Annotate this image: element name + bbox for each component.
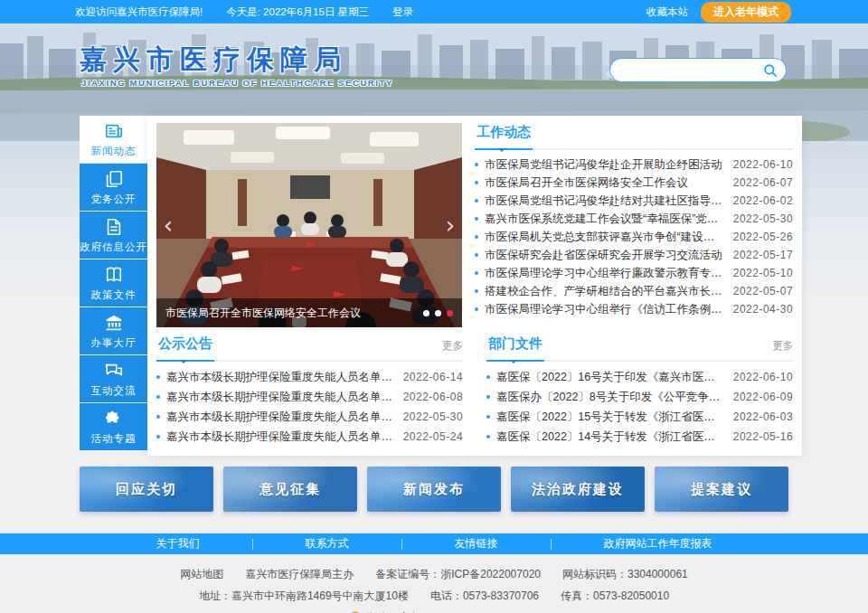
carousel-caption[interactable]: 市医保局召开全市医保网络安全工作会议: [165, 306, 416, 321]
list-item-date: 2022-05-30: [733, 212, 793, 225]
carousel-dot-1[interactable]: [423, 310, 429, 316]
bullet-icon: [156, 395, 160, 399]
main-content: 新闻动态党务公开政府信息公开政策文件办事大厅互动交流活动专题: [80, 116, 788, 512]
dept-files-title: 部门文件: [486, 335, 544, 362]
list-item-title: 嘉兴市本级长期护理保险重度失能人员名单公示（2...: [166, 429, 394, 445]
sidebar-item-label: 政府信息公开: [80, 240, 147, 254]
list-item-date: 2022-05-24: [403, 430, 463, 443]
list-item-date: 2022-06-07: [733, 176, 793, 189]
sidebar-item-gov-info[interactable]: 政府信息公开: [80, 212, 147, 259]
list-item-date: 2022-05-26: [733, 231, 793, 243]
list-item-date: 2022-05-10: [733, 267, 793, 279]
sidebar-item-hall[interactable]: 办事大厅: [80, 307, 147, 354]
bullet-icon: [486, 435, 490, 439]
bullet-icon: [475, 163, 478, 166]
list-item-title: 嘉兴市本级长期护理保险重度失能人员名单公示（2...: [166, 410, 394, 425]
list-item-date: 2022-06-14: [403, 371, 463, 383]
bullet-icon: [156, 435, 160, 439]
list-item-title: 搭建校企合作、产学研相结合的平台嘉兴市长期护理...: [485, 284, 724, 299]
list-item[interactable]: 市医保局机关党总支部获评嘉兴市争创“建设清廉机...2022-05-26: [475, 228, 793, 246]
bullet-icon: [486, 395, 490, 399]
dept-files-more-link[interactable]: 更多: [772, 339, 793, 360]
list-item-date: 2022-06-10: [733, 371, 793, 383]
list-item[interactable]: 嘉医保〔2022〕15号关于转发《浙江省医疗保...2022-06-03: [486, 407, 793, 427]
bullet-icon: [475, 181, 478, 184]
carousel-prev-icon[interactable]: ‹: [158, 205, 178, 245]
search-icon[interactable]: [762, 62, 778, 79]
list-item[interactable]: 嘉兴市本级长期护理保险重度失能人员名单公示（2...2022-06-08: [156, 387, 463, 407]
section-work-news: 工作动态 市医保局党组书记冯俊华赴企开展助企纾困活动2022-06-10市医保局…: [475, 123, 793, 327]
footer-nav-item[interactable]: 联系方式: [253, 536, 401, 552]
bullet-icon: [475, 271, 478, 275]
sidebar-item-interact[interactable]: 互动交流: [80, 355, 147, 402]
list-item-title: 嘉兴市医保系统党建工作会议暨“幸福医保”党建联...: [485, 212, 724, 227]
footer-meta-line2: 地址：嘉兴市中环南路1469号中南大厦10楼电话：0573-83370706传真…: [0, 589, 868, 604]
sidebar-item-party[interactable]: 党务公开: [80, 164, 147, 211]
section-dept-files: 部门文件 更多 嘉医保〔2022〕16号关于印发《嘉兴市医疗保...2022-0…: [486, 335, 793, 447]
footer-nav: 关于我们联系方式友情链接政府网站工作年度报表: [0, 533, 868, 554]
list-item[interactable]: 市医保局理论学习中心组举行《信访工作条例》专题...2022-04-30: [475, 300, 793, 318]
work-news-list: 市医保局党组书记冯俊华赴企开展助企纾困活动2022-06-10市医保局召开全市医…: [475, 156, 793, 318]
bullet-icon: [475, 235, 478, 239]
quick-links-row: 回应关切意见征集新闻发布法治政府建设提案建议: [80, 467, 788, 512]
footer-meta-item[interactable]: 网站地图: [180, 568, 223, 580]
list-item-date: 2022-05-16: [733, 430, 793, 443]
notices-more-link[interactable]: 更多: [442, 339, 463, 360]
list-item[interactable]: 嘉兴市本级长期护理保险重度失能人员名单公示（2...2022-06-14: [156, 367, 463, 387]
quick-link-proposal[interactable]: 提案建议: [655, 467, 788, 512]
list-item[interactable]: 市医保局召开全市医保网络安全工作会议2022-06-07: [475, 174, 793, 192]
footer-meta: 网站地图嘉兴市医疗保障局主办备案证编号：浙ICP备2022007020网站标识码…: [0, 554, 868, 613]
footer-nav-item[interactable]: 友情链接: [402, 536, 551, 552]
list-item-title: 嘉医保办〔2022〕8号关于印发《公平竞争审查...: [496, 390, 724, 405]
carousel-photo[interactable]: [156, 123, 462, 327]
footer-meta-line1: 网站地图嘉兴市医疗保障局主办备案证编号：浙ICP备2022007020网站标识码…: [0, 567, 868, 582]
quick-link-respond[interactable]: 回应关切: [80, 467, 213, 512]
list-item[interactable]: 嘉医保办〔2022〕8号关于印发《公平竞争审查...2022-06-09: [486, 387, 793, 407]
list-item-date: 2022-06-08: [403, 391, 463, 403]
puzzle-icon: [104, 409, 124, 429]
list-item[interactable]: 市医保局党组书记冯俊华赴企开展助企纾困活动2022-06-10: [475, 156, 793, 174]
list-item[interactable]: 市医保局理论学习中心组举行廉政警示教育专题学习...2022-05-10: [475, 264, 793, 282]
list-item[interactable]: 市医保研究会赴省医保研究会开展学习交流活动2022-05-17: [475, 246, 793, 264]
favorite-link[interactable]: 收藏本站: [646, 5, 688, 19]
quick-link-label: 法治政府建设: [532, 481, 624, 498]
bank-icon: [104, 313, 124, 333]
list-item-date: 2022-06-10: [733, 158, 793, 171]
sidebar-item-news[interactable]: 新闻动态: [80, 116, 147, 163]
list-item[interactable]: 市医保局党组书记冯俊华赴结对共建社区指导全国文...2022-06-02: [475, 192, 793, 210]
sidebar-item-special[interactable]: 活动专题: [80, 403, 147, 450]
work-news-title: 工作动态: [475, 124, 533, 150]
sidebar-item-label: 办事大厅: [91, 336, 137, 350]
search-input[interactable]: [621, 64, 762, 77]
footer-meta-item: 网站标识码：3304000061: [562, 568, 688, 580]
document-icon: [104, 217, 124, 237]
carousel-dots: [423, 310, 453, 316]
list-item[interactable]: 搭建校企合作、产学研相结合的平台嘉兴市长期护理...2022-05-07: [475, 282, 793, 300]
carousel-next-icon[interactable]: ›: [440, 205, 460, 245]
list-item[interactable]: 嘉兴市本级长期护理保险重度失能人员名单公示（2...2022-05-30: [156, 407, 463, 427]
quick-link-opinions[interactable]: 意见征集: [223, 467, 357, 512]
sidebar-item-label: 新闻动态: [91, 145, 137, 158]
carousel-caption-bar: 市医保局召开全市医保网络安全工作会议: [156, 298, 462, 327]
list-item[interactable]: 嘉兴市本级长期护理保险重度失能人员名单公示（2...2022-05-24: [156, 427, 463, 447]
quick-link-label: 提案建议: [691, 481, 752, 498]
footer-meta-item: 地址：嘉兴市中环南路1469号中南大厦10楼: [199, 589, 409, 602]
list-item[interactable]: 嘉医保〔2022〕16号关于印发《嘉兴市医疗保...2022-06-10: [486, 367, 793, 387]
carousel-dot-3[interactable]: [447, 310, 453, 316]
bullet-icon: [156, 375, 160, 379]
sidebar-item-policy[interactable]: 政策文件: [80, 259, 147, 306]
welcome-text: 欢迎访问嘉兴市医疗保障局!: [75, 5, 203, 19]
list-item-date: 2022-06-03: [733, 410, 793, 423]
list-item[interactable]: 嘉医保〔2022〕14号关于转发《浙江省医疗保...2022-05-16: [486, 427, 793, 447]
section-notices: 公示公告 更多 嘉兴市本级长期护理保险重度失能人员名单公示（2...2022-0…: [156, 335, 463, 447]
elder-mode-button[interactable]: 进入老年模式: [701, 2, 791, 23]
footer-meta-item: 电话：0573-83370706: [430, 589, 539, 602]
quick-link-law-gov[interactable]: 法治政府建设: [511, 467, 645, 512]
footer-nav-item[interactable]: 政府网站工作年度报表: [552, 536, 765, 552]
carousel-dot-2[interactable]: [435, 310, 441, 316]
footer-nav-item[interactable]: 关于我们: [104, 536, 252, 552]
list-item[interactable]: 嘉兴市医保系统党建工作会议暨“幸福医保”党建联...2022-05-30: [475, 210, 793, 228]
quick-link-press[interactable]: 新闻发布: [367, 467, 501, 512]
sidebar: 新闻动态党务公开政府信息公开政策文件办事大厅互动交流活动专题: [80, 116, 147, 456]
login-link[interactable]: 登录: [392, 5, 413, 19]
